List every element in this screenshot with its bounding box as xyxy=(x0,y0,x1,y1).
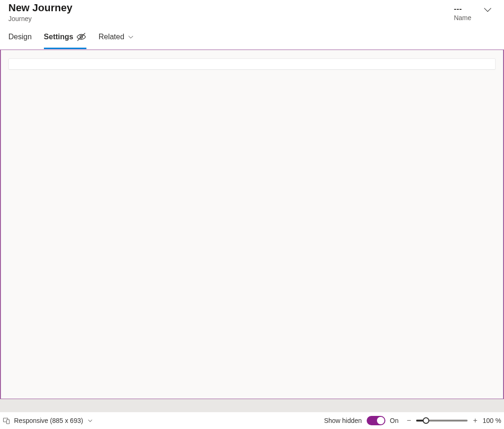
zoom-control: − + 100 % xyxy=(405,416,501,425)
footer-right: Show hidden On − + 100 % xyxy=(324,416,501,425)
tab-related[interactable]: Related xyxy=(99,32,135,49)
name-label: Name xyxy=(454,14,471,21)
show-hidden-label: Show hidden xyxy=(324,417,362,424)
eye-off-icon xyxy=(76,32,86,42)
name-field[interactable]: --- Name xyxy=(454,5,471,21)
toggle-knob xyxy=(377,417,384,424)
chevron-down-icon[interactable] xyxy=(483,5,493,15)
settings-panel[interactable] xyxy=(8,58,496,70)
page-subtitle: Journey xyxy=(8,15,72,22)
tabs-bar: Design Settings Related xyxy=(0,27,504,50)
header-title-block: New Journey Journey xyxy=(8,2,72,22)
name-value: --- xyxy=(454,5,462,13)
zoom-out-button[interactable]: − xyxy=(405,416,412,425)
zoom-value: 100 % xyxy=(483,417,501,424)
zoom-slider[interactable] xyxy=(416,420,468,422)
slider-knob[interactable] xyxy=(423,417,429,424)
tab-settings-label: Settings xyxy=(44,33,73,41)
chevron-down-icon[interactable] xyxy=(87,417,93,424)
chevron-down-icon xyxy=(127,33,135,41)
show-hidden-control: Show hidden On xyxy=(324,416,399,425)
responsive-label[interactable]: Responsive (885 x 693) xyxy=(14,417,83,424)
show-hidden-toggle[interactable] xyxy=(367,416,385,425)
tab-settings[interactable]: Settings xyxy=(44,32,86,49)
gap-bar xyxy=(0,399,504,412)
tab-related-label: Related xyxy=(99,33,124,41)
footer-left: Responsive (885 x 693) xyxy=(3,417,93,424)
device-icon xyxy=(3,417,10,424)
zoom-in-button[interactable]: + xyxy=(471,416,479,425)
tab-design[interactable]: Design xyxy=(8,32,32,49)
content-canvas xyxy=(0,50,504,399)
toggle-state-label: On xyxy=(390,417,399,424)
page-title: New Journey xyxy=(8,2,72,14)
svg-rect-3 xyxy=(7,420,9,424)
tab-design-label: Design xyxy=(8,33,32,41)
header-right: --- Name xyxy=(454,2,496,21)
page-header: New Journey Journey --- Name xyxy=(0,0,504,27)
footer-bar: Responsive (885 x 693) Show hidden On − … xyxy=(0,412,504,429)
